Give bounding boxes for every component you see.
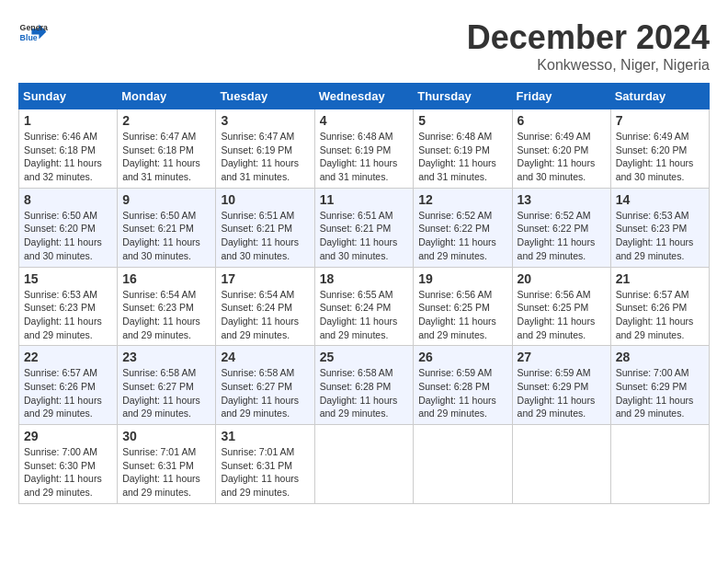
day-number: 28 [616,350,704,364]
calendar-cell: 13Sunrise: 6:52 AM Sunset: 6:22 PM Dayli… [512,188,610,267]
header-monday: Monday [118,84,216,109]
calendar-cell: 24Sunrise: 6:58 AM Sunset: 6:27 PM Dayli… [216,346,314,425]
day-number: 18 [320,271,409,286]
calendar-cell: 12Sunrise: 6:52 AM Sunset: 6:22 PM Dayli… [414,188,512,267]
day-info: Sunrise: 7:00 AM Sunset: 6:29 PM Dayligh… [616,366,704,420]
day-info: Sunrise: 6:51 AM Sunset: 6:21 PM Dayligh… [320,209,409,263]
header-sunday: Sunday [19,84,118,109]
calendar-cell: 21Sunrise: 6:57 AM Sunset: 6:26 PM Dayli… [610,267,709,346]
day-info: Sunrise: 6:58 AM Sunset: 6:27 PM Dayligh… [122,366,210,420]
day-info: Sunrise: 6:54 AM Sunset: 6:23 PM Dayligh… [122,288,210,342]
calendar-week-5: 29Sunrise: 7:00 AM Sunset: 6:30 PM Dayli… [19,425,710,504]
day-number: 19 [418,271,506,286]
day-info: Sunrise: 6:52 AM Sunset: 6:22 PM Dayligh… [518,209,606,263]
day-info: Sunrise: 6:55 AM Sunset: 6:24 PM Dayligh… [320,288,409,342]
calendar-cell: 4Sunrise: 6:48 AM Sunset: 6:19 PM Daylig… [314,109,414,189]
calendar-week-2: 8Sunrise: 6:50 AM Sunset: 6:20 PM Daylig… [19,188,710,267]
header-saturday: Saturday [610,84,709,109]
calendar-cell: 20Sunrise: 6:56 AM Sunset: 6:25 PM Dayli… [512,267,610,346]
calendar-cell: 19Sunrise: 6:56 AM Sunset: 6:25 PM Dayli… [414,267,512,346]
svg-text:General: General [20,23,48,32]
day-info: Sunrise: 6:58 AM Sunset: 6:27 PM Dayligh… [221,366,309,420]
day-number: 26 [418,350,506,364]
calendar-week-3: 15Sunrise: 6:53 AM Sunset: 6:23 PM Dayli… [19,267,710,346]
calendar-cell [314,425,414,504]
calendar-cell: 23Sunrise: 6:58 AM Sunset: 6:27 PM Dayli… [118,346,216,425]
day-info: Sunrise: 7:01 AM Sunset: 6:31 PM Dayligh… [221,445,309,500]
day-number: 5 [418,113,506,128]
calendar-cell [414,425,512,504]
day-info: Sunrise: 6:47 AM Sunset: 6:18 PM Dayligh… [122,130,210,184]
day-number: 21 [616,271,704,286]
calendar-cell: 18Sunrise: 6:55 AM Sunset: 6:24 PM Dayli… [314,267,414,346]
calendar-cell: 25Sunrise: 6:58 AM Sunset: 6:28 PM Dayli… [314,346,414,425]
calendar-cell: 2Sunrise: 6:47 AM Sunset: 6:18 PM Daylig… [118,109,216,189]
calendar-cell: 8Sunrise: 6:50 AM Sunset: 6:20 PM Daylig… [19,188,118,267]
calendar-cell: 9Sunrise: 6:50 AM Sunset: 6:21 PM Daylig… [118,188,216,267]
calendar-header-row: SundayMondayTuesdayWednesdayThursdayFrid… [19,84,710,109]
calendar-cell: 10Sunrise: 6:51 AM Sunset: 6:21 PM Dayli… [216,188,314,267]
calendar-cell: 16Sunrise: 6:54 AM Sunset: 6:23 PM Dayli… [118,267,216,346]
calendar-cell: 28Sunrise: 7:00 AM Sunset: 6:29 PM Dayli… [610,346,709,425]
day-number: 9 [122,192,210,207]
calendar-cell: 3Sunrise: 6:47 AM Sunset: 6:19 PM Daylig… [216,109,314,189]
day-number: 16 [122,271,210,286]
calendar-cell: 17Sunrise: 6:54 AM Sunset: 6:24 PM Dayli… [216,267,314,346]
day-info: Sunrise: 6:59 AM Sunset: 6:29 PM Dayligh… [518,366,606,420]
day-number: 31 [221,429,309,443]
calendar-cell: 31Sunrise: 7:01 AM Sunset: 6:31 PM Dayli… [216,425,314,504]
page-header: General Blue December 2024 Konkwesso, Ni… [18,18,710,74]
day-number: 20 [518,271,606,286]
day-number: 30 [122,429,210,443]
month-title: December 2024 [467,18,710,57]
day-info: Sunrise: 6:56 AM Sunset: 6:25 PM Dayligh… [418,288,506,342]
calendar-cell: 22Sunrise: 6:57 AM Sunset: 6:26 PM Dayli… [19,346,118,425]
calendar-cell: 1Sunrise: 6:46 AM Sunset: 6:18 PM Daylig… [19,109,118,189]
day-info: Sunrise: 6:47 AM Sunset: 6:19 PM Dayligh… [221,130,309,184]
calendar-cell [512,425,610,504]
day-info: Sunrise: 6:50 AM Sunset: 6:20 PM Dayligh… [24,209,112,263]
day-info: Sunrise: 6:49 AM Sunset: 6:20 PM Dayligh… [518,130,606,184]
calendar-cell: 30Sunrise: 7:01 AM Sunset: 6:31 PM Dayli… [118,425,216,504]
title-block: December 2024 Konkwesso, Niger, Nigeria [467,18,710,74]
day-number: 23 [122,350,210,364]
day-info: Sunrise: 6:52 AM Sunset: 6:22 PM Dayligh… [418,209,506,263]
day-number: 25 [320,350,409,364]
day-info: Sunrise: 6:57 AM Sunset: 6:26 PM Dayligh… [616,288,704,342]
day-number: 14 [616,192,704,207]
day-info: Sunrise: 6:54 AM Sunset: 6:24 PM Dayligh… [221,288,309,342]
day-info: Sunrise: 6:50 AM Sunset: 6:21 PM Dayligh… [122,209,210,263]
calendar-cell: 7Sunrise: 6:49 AM Sunset: 6:20 PM Daylig… [610,109,709,189]
day-info: Sunrise: 6:51 AM Sunset: 6:21 PM Dayligh… [221,209,309,263]
day-number: 12 [418,192,506,207]
day-number: 3 [221,113,309,128]
day-info: Sunrise: 6:48 AM Sunset: 6:19 PM Dayligh… [418,130,506,184]
day-number: 8 [24,192,112,207]
calendar-week-1: 1Sunrise: 6:46 AM Sunset: 6:18 PM Daylig… [19,109,710,189]
day-number: 15 [24,271,112,286]
day-info: Sunrise: 6:57 AM Sunset: 6:26 PM Dayligh… [24,366,112,420]
calendar-cell: 5Sunrise: 6:48 AM Sunset: 6:19 PM Daylig… [414,109,512,189]
logo-icon: General Blue [18,18,48,48]
day-info: Sunrise: 6:56 AM Sunset: 6:25 PM Dayligh… [518,288,606,342]
day-number: 10 [221,192,309,207]
day-info: Sunrise: 6:53 AM Sunset: 6:23 PM Dayligh… [616,209,704,263]
calendar-cell: 27Sunrise: 6:59 AM Sunset: 6:29 PM Dayli… [512,346,610,425]
header-friday: Friday [512,84,610,109]
day-info: Sunrise: 6:59 AM Sunset: 6:28 PM Dayligh… [418,366,506,420]
day-info: Sunrise: 7:01 AM Sunset: 6:31 PM Dayligh… [122,445,210,500]
day-info: Sunrise: 6:49 AM Sunset: 6:20 PM Dayligh… [616,130,704,184]
header-thursday: Thursday [414,84,512,109]
calendar-cell: 26Sunrise: 6:59 AM Sunset: 6:28 PM Dayli… [414,346,512,425]
header-tuesday: Tuesday [216,84,314,109]
logo: General Blue [18,18,48,48]
header-wednesday: Wednesday [314,84,414,109]
svg-text:Blue: Blue [20,33,38,42]
day-number: 7 [616,113,704,128]
calendar-cell: 15Sunrise: 6:53 AM Sunset: 6:23 PM Dayli… [19,267,118,346]
day-info: Sunrise: 6:53 AM Sunset: 6:23 PM Dayligh… [24,288,112,342]
day-number: 22 [24,350,112,364]
day-number: 2 [122,113,210,128]
day-number: 24 [221,350,309,364]
day-number: 11 [320,192,409,207]
